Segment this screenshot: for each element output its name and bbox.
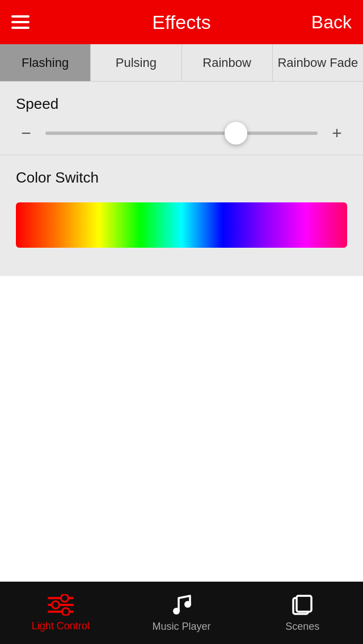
- speed-slider-track: [45, 132, 318, 135]
- effects-tabs: Flashing Pulsing Rainbow Rainbow Fade: [0, 44, 363, 82]
- svg-point-2: [62, 595, 67, 601]
- tab-rainbow[interactable]: Rainbow: [182, 44, 273, 81]
- speed-label: Speed: [16, 95, 347, 113]
- scenes-icon: [291, 594, 314, 616]
- tab-flashing[interactable]: Flashing: [0, 44, 91, 81]
- tab-bar-item-music-player[interactable]: Music Player: [130, 594, 233, 633]
- content-area: Speed − + Color Switch: [0, 82, 363, 276]
- color-switch-section: Color Switch: [0, 155, 363, 265]
- light-control-icon: [48, 594, 74, 616]
- speed-increase-button[interactable]: +: [327, 125, 347, 142]
- tab-bar-item-light-control[interactable]: Light Control: [10, 594, 112, 632]
- tab-bar-label-light-control: Light Control: [32, 620, 90, 632]
- bottom-tab-bar: Light Control Music Player Scenes: [0, 582, 363, 644]
- speed-slider-row: − +: [16, 123, 347, 143]
- speed-decrease-button[interactable]: −: [16, 125, 36, 142]
- svg-point-5: [53, 602, 58, 608]
- tab-bar-label-music-player: Music Player: [152, 621, 210, 633]
- svg-point-9: [173, 608, 180, 615]
- svg-point-10: [184, 601, 191, 608]
- page-title: Effects: [152, 11, 210, 33]
- tab-pulsing[interactable]: Pulsing: [91, 44, 182, 81]
- speed-slider-container[interactable]: [45, 123, 318, 143]
- speed-slider-thumb[interactable]: [225, 122, 247, 145]
- main-content: Speed − + Color Switch: [0, 82, 363, 619]
- app-header: Effects Back: [0, 0, 363, 44]
- back-button[interactable]: Back: [311, 12, 352, 33]
- menu-button[interactable]: [11, 15, 29, 29]
- speed-section: Speed − +: [0, 82, 363, 155]
- tab-rainbow-fade[interactable]: Rainbow Fade: [273, 44, 363, 81]
- color-switch-label: Color Switch: [16, 169, 347, 187]
- music-note-icon: [171, 594, 192, 616]
- color-spectrum-bar[interactable]: [16, 202, 347, 248]
- svg-rect-12: [297, 596, 311, 612]
- tab-bar-item-scenes[interactable]: Scenes: [251, 594, 353, 633]
- white-filler: [0, 276, 363, 619]
- tab-bar-label-scenes: Scenes: [285, 621, 319, 633]
- svg-point-8: [63, 609, 69, 615]
